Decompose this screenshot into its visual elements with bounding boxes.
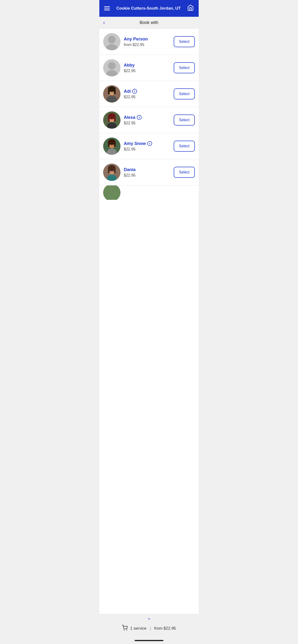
select-button-abby[interactable]: Select [174,62,195,73]
select-button-dania[interactable]: Select [174,167,195,178]
avatar-alexa [103,112,120,129]
staff-item-partial [99,186,199,200]
svg-point-1 [106,44,118,50]
chevron-up-icon[interactable]: ⌃ [147,617,151,623]
home-indicator [99,637,199,644]
service-count: 1 service [130,626,146,631]
staff-price-any-person: from $22.95 [124,43,170,47]
staff-name-amy-snow: Amy Snow i [124,141,170,146]
sub-header: ‹ Book with [99,17,199,29]
info-icon-alexa[interactable]: i [137,115,141,120]
staff-info-alexa: Alexa i $22.95 [124,115,170,125]
avatar-abby [103,59,120,76]
staff-price-amy-snow: $22.95 [124,147,170,152]
staff-price-adi: $22.95 [124,95,170,99]
avatar-amy-snow [103,138,120,155]
staff-name-adi: Adi i [124,89,170,94]
cart-icon [122,625,128,632]
staff-price-dania: $22.95 [124,173,170,178]
staff-item-alexa: Alexa i $22.95 Select [99,107,199,133]
staff-name-any-person: Any Person [124,37,170,42]
home-indicator-bar [135,640,163,641]
cart-summary-row: 1 service | from $22.95 [122,625,176,632]
bottom-price: from $22.95 [154,626,176,631]
staff-name-alexa: Alexa i [124,115,170,120]
staff-item-adi: Adi i $22.95 Select [99,81,199,107]
svg-rect-8 [114,89,116,94]
staff-info-dania: Dania $22.95 [124,167,170,178]
back-button[interactable]: ‹ [103,20,105,26]
svg-point-3 [106,70,118,76]
staff-list: Any Person from $22.95 Select Abby $22.9… [99,29,199,614]
staff-info-adi: Adi i $22.95 [124,89,170,99]
staff-item-any-person: Any Person from $22.95 Select [99,29,199,55]
svg-rect-14 [114,116,115,122]
bottom-divider: | [150,626,151,631]
info-icon-adi[interactable]: i [132,89,137,94]
staff-info-abby: Abby $22.95 [124,63,170,73]
staff-name-dania: Dania [124,167,170,172]
menu-icon[interactable] [104,6,110,10]
svg-rect-7 [108,89,110,94]
svg-point-28 [103,186,120,200]
svg-point-30 [126,630,127,630]
avatar-partial [103,186,120,200]
svg-rect-20 [114,142,115,147]
home-icon[interactable] [187,4,194,12]
select-button-adi[interactable]: Select [174,88,195,100]
svg-point-29 [124,630,124,630]
select-button-any-person[interactable]: Select [174,36,195,47]
staff-price-alexa: $22.95 [124,121,170,125]
bottom-bar: ⌃ 1 service | from $22.95 [99,614,199,637]
staff-info-amy-snow: Amy Snow i $22.95 [124,141,170,152]
select-button-alexa[interactable]: Select [174,114,195,126]
avatar-any-person [103,33,120,50]
svg-rect-25 [108,168,109,174]
staff-item-abby: Abby $22.95 Select [99,55,199,81]
staff-item-amy-snow: Amy Snow i $22.95 Select [99,133,199,159]
svg-rect-19 [108,142,109,147]
svg-point-0 [108,36,116,44]
avatar-adi [103,85,120,102]
select-button-amy-snow[interactable]: Select [174,141,195,152]
staff-name-abby: Abby [124,63,170,68]
info-icon-amy-snow[interactable]: i [147,141,152,146]
staff-price-abby: $22.95 [124,69,170,73]
staff-item-dania: Dania $22.95 Select [99,159,199,186]
svg-rect-26 [114,168,115,174]
avatar-dania [103,164,120,181]
app-header: Cookie Cutters-South Jordan, UT [99,0,199,17]
svg-rect-13 [108,116,109,122]
page-title: Book with [104,20,194,25]
staff-info-any-person: Any Person from $22.95 [124,37,170,47]
svg-point-2 [108,62,116,70]
header-title: Cookie Cutters-South Jordan, UT [110,6,187,11]
